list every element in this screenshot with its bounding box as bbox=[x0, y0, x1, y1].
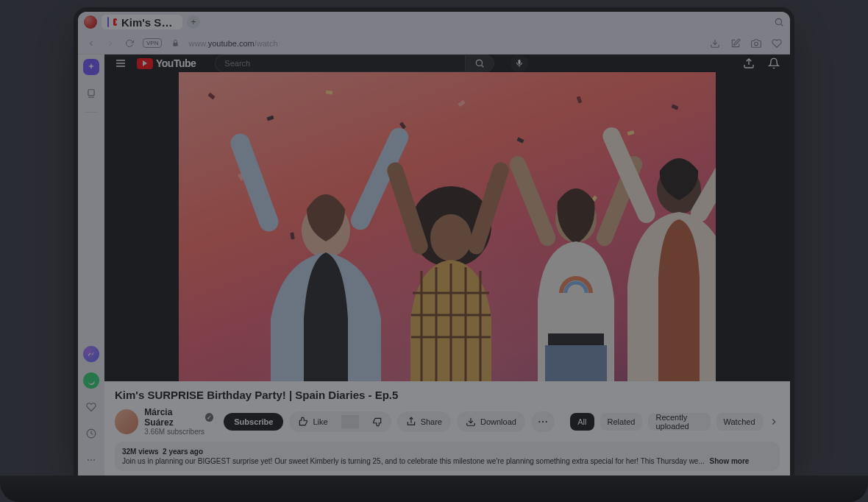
chip-watched[interactable]: Watched bbox=[716, 413, 763, 431]
dislike-button[interactable] bbox=[363, 411, 391, 432]
svg-point-43 bbox=[542, 420, 544, 422]
description-text: Join us in planning our BIGGEST surprise… bbox=[122, 457, 705, 465]
svg-rect-15 bbox=[519, 60, 521, 64]
youtube-page: YouTube Search bbox=[104, 54, 790, 476]
messenger-icon[interactable] bbox=[83, 346, 99, 362]
nav-back-icon[interactable] bbox=[85, 39, 97, 48]
url-domain: youtube.com bbox=[208, 39, 255, 48]
youtube-logo[interactable]: YouTube bbox=[137, 57, 196, 69]
history-icon[interactable] bbox=[83, 425, 99, 442]
filter-chips: All Related Recently uploaded Watched bbox=[570, 413, 780, 431]
tab-accent bbox=[107, 17, 109, 27]
pill-divider bbox=[341, 415, 359, 428]
url-text[interactable]: www.youtube.com/watch bbox=[188, 39, 277, 48]
svg-rect-35 bbox=[507, 154, 558, 249]
video-metadata: Kim's SURPRISE Birthday Party! | Spain D… bbox=[104, 381, 790, 476]
svg-point-9 bbox=[93, 459, 95, 461]
channel-name[interactable]: Márcia Suárez ✓ bbox=[144, 407, 213, 428]
search-input[interactable]: Search bbox=[215, 54, 465, 72]
upload-icon[interactable] bbox=[743, 57, 755, 69]
new-tab-button[interactable]: + bbox=[187, 15, 200, 29]
svg-point-42 bbox=[538, 420, 540, 422]
browser-addressbar: VPN www.youtube.com/watch bbox=[78, 32, 790, 54]
laptop-base bbox=[0, 476, 868, 502]
svg-rect-34 bbox=[545, 345, 607, 381]
svg-point-13 bbox=[477, 60, 483, 66]
svg-rect-5 bbox=[88, 90, 94, 96]
opera-sidebar bbox=[78, 54, 104, 476]
whatsapp-icon[interactable] bbox=[83, 372, 99, 389]
chip-related[interactable]: Related bbox=[600, 413, 643, 431]
svg-point-0 bbox=[775, 18, 781, 24]
camera-icon[interactable] bbox=[750, 38, 762, 49]
voice-search-icon[interactable] bbox=[511, 54, 528, 72]
chips-next-icon[interactable] bbox=[769, 414, 780, 430]
svg-rect-33 bbox=[548, 333, 604, 345]
hamburger-icon[interactable] bbox=[115, 57, 127, 69]
heart-sidebar-icon[interactable] bbox=[83, 399, 99, 415]
notifications-icon[interactable] bbox=[768, 57, 780, 69]
aria-ai-button[interactable] bbox=[83, 59, 99, 75]
tabs-icon[interactable] bbox=[83, 85, 99, 102]
reload-icon[interactable] bbox=[124, 39, 135, 48]
like-dislike-pill: Like bbox=[289, 411, 391, 432]
chip-recently-uploaded[interactable]: Recently uploaded bbox=[648, 413, 710, 431]
svg-line-14 bbox=[482, 66, 484, 68]
more-actions-button[interactable] bbox=[531, 411, 555, 432]
url-prefix: www. bbox=[188, 39, 207, 48]
svg-point-44 bbox=[546, 420, 547, 422]
svg-rect-2 bbox=[173, 43, 177, 46]
video-age: 2 years ago bbox=[163, 448, 203, 456]
share-button[interactable]: Share bbox=[397, 411, 451, 432]
opera-menu-icon[interactable] bbox=[84, 15, 97, 29]
svg-point-4 bbox=[755, 42, 758, 46]
vpn-badge[interactable]: VPN bbox=[143, 38, 162, 48]
download-label: Download bbox=[480, 417, 516, 426]
like-button[interactable]: Like bbox=[289, 411, 336, 432]
view-count: 32M views bbox=[122, 448, 158, 456]
share-label: Share bbox=[421, 417, 442, 426]
svg-point-7 bbox=[88, 459, 89, 461]
download-button[interactable]: Download bbox=[457, 411, 525, 432]
url-path: /watch bbox=[255, 39, 278, 48]
show-more-button[interactable]: Show more bbox=[710, 457, 750, 465]
lock-icon[interactable] bbox=[169, 39, 181, 47]
screen: Kim's SUPRISE Birt + VPN www.youtube.com… bbox=[78, 12, 790, 476]
channel-avatar[interactable] bbox=[115, 409, 138, 434]
youtube-play-icon bbox=[137, 58, 153, 69]
nav-forward-icon bbox=[104, 39, 116, 48]
browser-tab[interactable]: Kim's SUPRISE Birt bbox=[102, 15, 182, 29]
subscriber-count: 3.66M subscribers bbox=[144, 428, 213, 436]
chip-all[interactable]: All bbox=[570, 413, 594, 431]
search-placeholder: Search bbox=[224, 59, 250, 68]
video-title: Kim's SURPRISE Birthday Party! | Spain D… bbox=[115, 389, 780, 401]
video-player[interactable] bbox=[104, 72, 790, 381]
video-frame bbox=[179, 72, 716, 381]
download-icon[interactable] bbox=[709, 38, 721, 49]
channel-name-text: Márcia Suárez bbox=[144, 407, 201, 428]
subscribe-button[interactable]: Subscribe bbox=[224, 413, 283, 431]
search-button[interactable] bbox=[465, 54, 494, 72]
laptop-frame: Kim's SUPRISE Birt + VPN www.youtube.com… bbox=[74, 7, 794, 476]
youtube-favicon-icon bbox=[113, 18, 117, 26]
edit-icon[interactable] bbox=[730, 38, 741, 49]
svg-point-8 bbox=[90, 459, 92, 461]
youtube-wordmark: YouTube bbox=[156, 57, 196, 69]
heart-icon[interactable] bbox=[771, 38, 783, 49]
svg-line-1 bbox=[781, 24, 783, 26]
like-label: Like bbox=[313, 417, 327, 426]
svg-rect-18 bbox=[228, 131, 281, 234]
tab-title: Kim's SUPRISE Birt bbox=[121, 16, 177, 29]
svg-point-21 bbox=[430, 214, 472, 261]
sidebar-divider bbox=[85, 112, 98, 113]
browser-tabbar: Kim's SUPRISE Birt + bbox=[78, 12, 790, 32]
more-icon[interactable] bbox=[83, 452, 99, 468]
verified-icon: ✓ bbox=[205, 413, 213, 422]
description-box[interactable]: 32M views 2 years ago Join us in plannin… bbox=[115, 442, 780, 471]
youtube-masthead: YouTube Search bbox=[104, 54, 790, 72]
tab-search-icon[interactable] bbox=[774, 17, 784, 27]
